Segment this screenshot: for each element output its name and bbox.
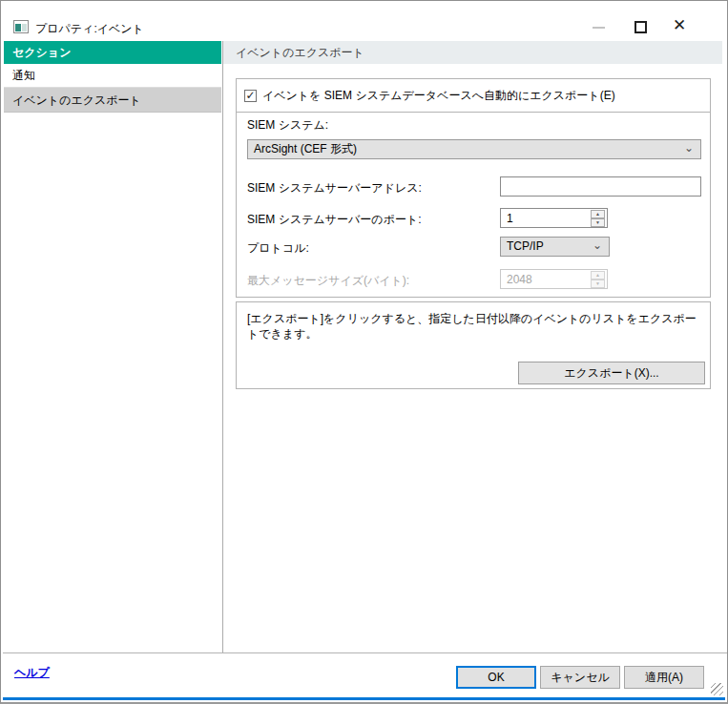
ok-button[interactable]: OK	[456, 666, 536, 689]
cancel-button[interactable]: キャンセル	[540, 666, 620, 689]
max-message-size-stepper: 2048 ▲ ▼	[500, 269, 608, 289]
spin-up-icon: ▲	[591, 271, 605, 280]
sidebar-item-event-export[interactable]: イベントのエクスポート	[4, 88, 221, 113]
spin-down-icon[interactable]: ▼	[591, 218, 605, 227]
minimize-icon	[590, 18, 609, 35]
export-button[interactable]: エクスポート(X)...	[518, 362, 705, 384]
server-address-input[interactable]	[500, 176, 701, 197]
siem-settings-group: ✓ イベントを SIEM システムデータベースへ自動的にエクスポート(E) SI…	[236, 78, 711, 298]
server-port-value: 1	[507, 212, 513, 225]
footer-separator	[3, 652, 727, 653]
window-bottom-accent	[3, 697, 725, 700]
protocol-label: プロトコル:	[247, 240, 309, 257]
auto-export-checkbox[interactable]: ✓	[244, 90, 257, 102]
sidebar-separator	[222, 41, 223, 652]
sidebar-section-header: セクション	[4, 41, 221, 64]
spin-down-icon: ▼	[591, 280, 605, 288]
siem-system-value: ArcSight (CEF 形式)	[254, 142, 357, 155]
app-icon	[13, 20, 29, 33]
sidebar-item-notifications[interactable]: 通知	[4, 64, 221, 88]
server-port-stepper[interactable]: 1 ▲ ▼	[500, 208, 608, 228]
manual-export-group: [エクスポート]をクリックすると、指定した日付以降のイベントのリストをエクスポー…	[236, 301, 711, 389]
max-message-size-value: 2048	[507, 273, 532, 286]
siem-system-dropdown[interactable]: ArcSight (CEF 形式) ⌄	[247, 139, 701, 159]
window-title: プロパティ:イベント	[35, 21, 144, 37]
max-message-size-label: 最大メッセージサイズ(バイト):	[247, 273, 409, 289]
chevron-down-icon: ⌄	[684, 140, 694, 156]
apply-button[interactable]: 適用(A)	[624, 666, 704, 689]
siem-system-label: SIEM システム:	[247, 117, 328, 134]
protocol-dropdown[interactable]: TCP/IP ⌄	[500, 237, 610, 257]
protocol-value: TCP/IP	[507, 239, 544, 253]
help-link[interactable]: ヘルプ	[14, 665, 50, 681]
properties-dialog-window: プロパティ:イベント ✕ セクション 通知 イベントのエクスポート イベントのエ…	[0, 0, 728, 704]
maximize-icon[interactable]	[632, 19, 651, 36]
close-icon[interactable]: ✕	[669, 15, 690, 36]
page-title: イベントのエクスポート	[223, 41, 722, 64]
export-description: [エクスポート]をクリックすると、指定した日付以降のイベントのリストをエクスポー…	[247, 311, 703, 342]
auto-export-checkbox-label: イベントを SIEM システムデータベースへ自動的にエクスポート(E)	[262, 88, 615, 104]
spin-up-icon[interactable]: ▲	[591, 210, 605, 218]
server-port-label: SIEM システムサーバーのポート:	[247, 212, 422, 228]
chevron-down-icon: ⌄	[593, 238, 602, 254]
auto-export-checkbox-row[interactable]: ✓ イベントを SIEM システムデータベースへ自動的にエクスポート(E)	[237, 79, 710, 113]
resize-grip[interactable]	[711, 683, 723, 695]
title-bar: プロパティ:イベント ✕	[1, 1, 727, 37]
server-address-label: SIEM システムサーバーアドレス:	[247, 180, 422, 197]
